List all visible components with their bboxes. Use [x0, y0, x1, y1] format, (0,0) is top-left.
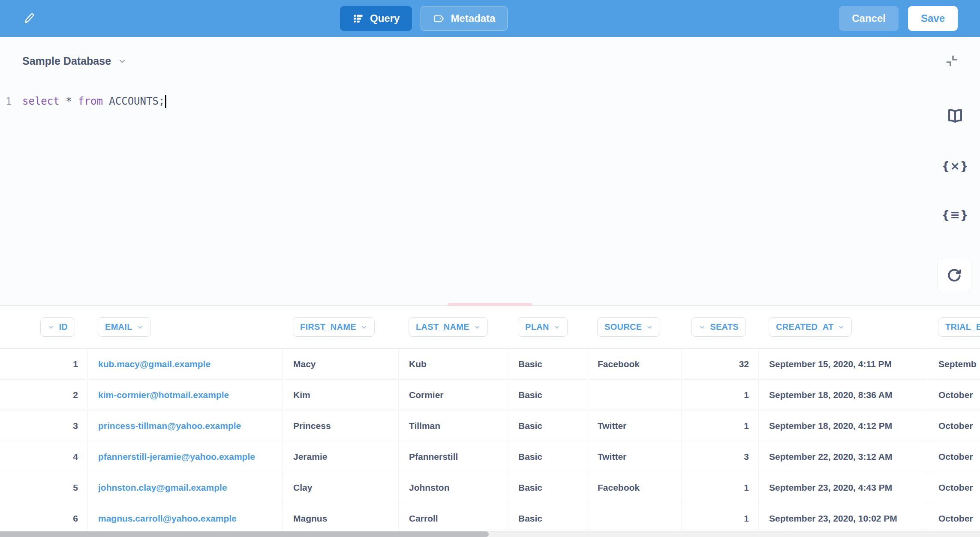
horizontal-scrollbar-thumb[interactable] [0, 531, 489, 537]
line-number: 1 [0, 96, 17, 108]
column-header-source[interactable]: SOURCE [597, 317, 660, 337]
column-label: TRIAL_E [945, 322, 980, 332]
column-label: FIRST_NAME [300, 322, 356, 332]
cell-id: 5 [27, 472, 88, 503]
column-header-cell: PLAN [508, 306, 587, 348]
cell-seats: 1 [682, 410, 759, 441]
cell-first_name: Clay [283, 472, 399, 503]
column-header-cell: LAST_NAME [399, 306, 508, 348]
column-header-seats[interactable]: SEATS [691, 317, 746, 337]
column-header-cell: TRIAL_E [928, 306, 980, 348]
data-reference-button[interactable] [941, 106, 969, 128]
cell-first_name: Jeramie [283, 441, 399, 472]
cell-last_name: Carroll [399, 503, 508, 531]
topbar-actions: Cancel Save [839, 6, 958, 31]
variables-icon: {×} [941, 159, 969, 172]
cell-last_name: Johnston [399, 472, 508, 503]
column-header-last_name[interactable]: LAST_NAME [409, 317, 488, 337]
sql-code: select * from ACCOUNTS; [22, 95, 166, 108]
cell-created_at: September 15, 2020, 4:11 PM [759, 349, 928, 379]
database-row: Sample Database [0, 37, 980, 85]
column-header-id[interactable]: ID [40, 317, 75, 337]
column-label: LAST_NAME [416, 322, 469, 332]
cell-created_at: September 23, 2020, 4:43 PM [759, 472, 928, 503]
table-row: 4pfannerstill-jeramie@yahoo.exampleJeram… [0, 441, 980, 472]
snippets-button[interactable]: {≡} [941, 203, 969, 226]
chevron-down-icon [474, 324, 481, 331]
label-icon [433, 13, 445, 24]
chevron-down-icon [699, 324, 706, 331]
chevron-down-icon [553, 324, 560, 331]
cell-source: Facebook [587, 472, 682, 503]
cell-first_name: Macy [283, 349, 399, 379]
cell-seats: 3 [682, 441, 759, 472]
column-header-first_name[interactable]: FIRST_NAME [293, 317, 375, 337]
cell-id: 3 [27, 410, 88, 441]
chevron-down-icon [646, 324, 653, 331]
chevron-down-icon [118, 57, 126, 66]
sql-token: ACCOUNTS; [103, 95, 165, 107]
cell-id: 2 [27, 380, 88, 410]
run-query-button[interactable] [937, 258, 971, 292]
cell-trial_e: October [928, 410, 980, 441]
column-header-trial_e[interactable]: TRIAL_E [938, 317, 980, 337]
text-cursor [165, 95, 166, 108]
column-header-plan[interactable]: PLAN [518, 317, 568, 337]
cell-plan: Basic [508, 349, 587, 379]
tab-query[interactable]: Query [340, 6, 412, 31]
results-header-row: IDEMAILFIRST_NAMELAST_NAMEPLANSOURCESEAT… [0, 306, 980, 349]
column-header-created_at[interactable]: CREATED_AT [769, 317, 852, 337]
column-header-cell: ID [27, 306, 88, 348]
cancel-button[interactable]: Cancel [839, 6, 899, 31]
sql-token: * [60, 95, 78, 107]
tab-metadata[interactable]: Metadata [421, 6, 508, 31]
cell-email[interactable]: johnston.clay@gmail.example [88, 472, 283, 503]
cell-email[interactable]: magnus.carroll@yahoo.example [88, 503, 283, 531]
table-row: 3princess-tillman@yahoo.examplePrincessT… [0, 410, 980, 441]
table-row: 2kim-cormier@hotmail.exampleKimCormierBa… [0, 380, 980, 410]
cell-plan: Basic [508, 410, 587, 441]
cell-last_name: Kub [399, 349, 508, 379]
chevron-down-icon [838, 324, 845, 331]
column-label: EMAIL [105, 322, 132, 332]
pencil-icon[interactable] [23, 12, 36, 25]
cell-last_name: Pfannerstill [399, 441, 508, 472]
cell-trial_e: October [928, 380, 980, 410]
cell-email[interactable]: pfannerstill-jeramie@yahoo.example [88, 441, 283, 472]
sql-token: select [22, 95, 60, 107]
cell-email[interactable]: kub.macy@gmail.example [88, 349, 283, 379]
table-row: 6magnus.carroll@yahoo.exampleMagnusCarro… [0, 503, 980, 531]
chevron-down-icon [361, 324, 367, 331]
variables-button[interactable]: {×} [941, 154, 969, 177]
table-row: 1kub.macy@gmail.exampleMacyKubBasicFaceb… [0, 349, 980, 380]
cell-email[interactable]: kim-cormier@hotmail.example [88, 380, 283, 410]
database-picker[interactable]: Sample Database [22, 37, 126, 85]
cell-created_at: September 18, 2020, 4:12 PM [759, 410, 928, 441]
cell-id: 1 [27, 349, 88, 379]
editor-tabs: Query Metadata [340, 6, 508, 31]
save-button[interactable]: Save [908, 6, 958, 31]
cell-source: Facebook [587, 349, 682, 379]
collapse-icon [944, 53, 959, 69]
cell-created_at: September 18, 2020, 8:36 AM [759, 380, 928, 410]
sql-editor[interactable]: 1 select * from ACCOUNTS; {×} {≡} [0, 86, 980, 305]
snippets-icon: {≡} [941, 208, 969, 221]
collapse-editor-button[interactable] [940, 49, 964, 73]
cell-seats: 1 [682, 503, 759, 531]
column-header-cell: FIRST_NAME [283, 306, 399, 348]
cell-trial_e: October [928, 503, 980, 531]
cell-last_name: Cormier [399, 380, 508, 410]
cell-id: 4 [27, 441, 88, 472]
horizontal-scrollbar[interactable] [0, 531, 980, 537]
table-row: 5johnston.clay@gmail.exampleClayJohnston… [0, 472, 980, 503]
refresh-icon [946, 267, 962, 283]
cell-seats: 1 [682, 472, 759, 503]
column-header-email[interactable]: EMAIL [98, 317, 151, 337]
cell-created_at: September 22, 2020, 3:12 AM [759, 441, 928, 472]
cell-trial_e: October [928, 472, 980, 503]
cell-email[interactable]: princess-tillman@yahoo.example [88, 410, 283, 441]
cell-source [587, 380, 682, 410]
list-icon [352, 13, 364, 24]
results-table: IDEMAILFIRST_NAMELAST_NAMEPLANSOURCESEAT… [0, 306, 980, 531]
column-header-cell: SEATS [682, 306, 759, 348]
